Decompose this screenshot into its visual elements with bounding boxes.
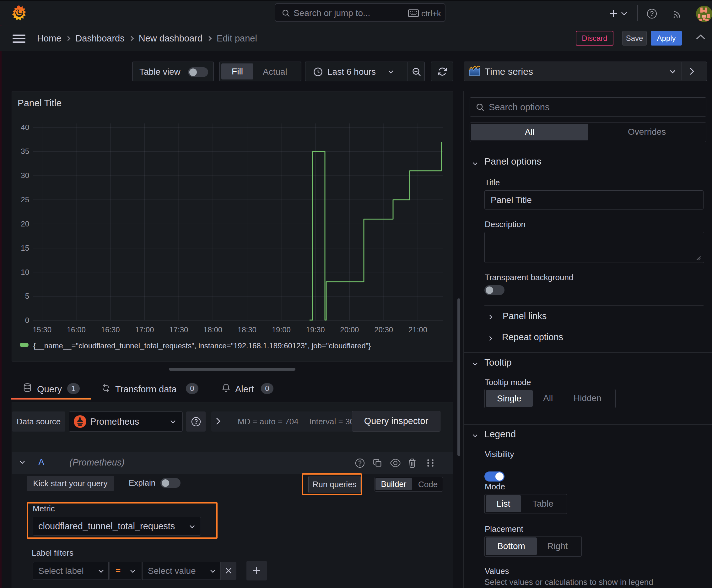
svg-text:10: 10	[21, 268, 29, 276]
svg-text:17:30: 17:30	[169, 326, 188, 334]
svg-text:19:00: 19:00	[272, 326, 291, 334]
svg-text:16:00: 16:00	[67, 326, 86, 334]
svg-text:35: 35	[21, 147, 29, 155]
svg-text:0: 0	[25, 316, 29, 324]
svg-text:20:00: 20:00	[340, 326, 359, 334]
svg-text:{__name__="cloudflared_tunnel_: {__name__="cloudflared_tunnel_total_requ…	[33, 341, 371, 350]
svg-text:21:00: 21:00	[408, 326, 427, 334]
svg-text:40: 40	[21, 123, 29, 132]
svg-text:5: 5	[25, 292, 29, 300]
svg-text:15: 15	[21, 244, 29, 252]
svg-text:30: 30	[21, 171, 29, 180]
svg-text:25: 25	[21, 195, 29, 204]
svg-text:17:00: 17:00	[135, 326, 154, 334]
svg-text:18:00: 18:00	[203, 326, 222, 334]
svg-text:19:30: 19:30	[306, 326, 325, 334]
svg-text:16:30: 16:30	[101, 326, 120, 334]
svg-text:18:30: 18:30	[238, 326, 257, 334]
svg-text:15:30: 15:30	[33, 326, 51, 334]
svg-text:20:30: 20:30	[374, 326, 393, 334]
svg-text:20: 20	[21, 219, 29, 228]
